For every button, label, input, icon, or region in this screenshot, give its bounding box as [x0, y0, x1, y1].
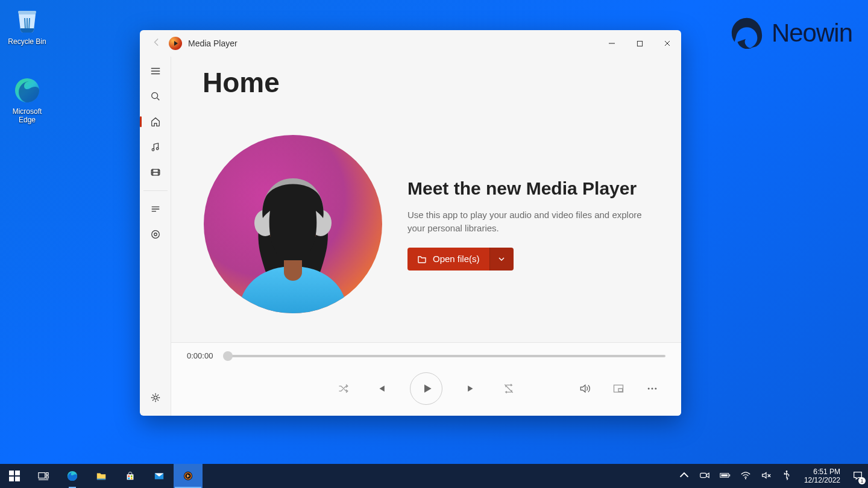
svg-point-38 [745, 478, 746, 479]
recycle-bin-icon [13, 6, 42, 35]
gear-icon [150, 392, 161, 403]
search-icon [150, 91, 161, 102]
watermark-text: Neowin [772, 19, 852, 48]
mail-icon [154, 471, 165, 481]
taskbar-edge[interactable] [58, 464, 87, 488]
window-close-button[interactable] [653, 31, 681, 55]
mini-player-button[interactable] [610, 380, 627, 397]
repeat-off-icon [503, 383, 515, 395]
sidebar-music[interactable] [142, 135, 169, 159]
svg-rect-30 [131, 478, 133, 480]
app-title: Media Player [188, 39, 237, 48]
taskbar-store[interactable] [116, 464, 145, 488]
media-player-icon [183, 471, 193, 481]
svg-rect-29 [128, 478, 130, 480]
task-view-button[interactable] [29, 464, 58, 488]
svg-point-6 [151, 231, 159, 239]
wifi-icon [740, 470, 751, 481]
svg-rect-25 [46, 476, 49, 478]
taskbar-mail[interactable] [145, 464, 174, 488]
taskbar-media-player[interactable] [174, 464, 203, 488]
hero-heading: Meet the new Media Player [407, 178, 649, 199]
svg-rect-1 [637, 41, 642, 46]
play-icon [421, 383, 433, 395]
tray-meet-now[interactable] [699, 470, 710, 483]
tray-battery[interactable] [720, 470, 731, 483]
skip-next-icon [465, 383, 477, 395]
clock-date: 12/12/2022 [804, 476, 840, 484]
repeat-button[interactable] [500, 380, 517, 397]
notification-icon [852, 470, 863, 481]
page-title: Home [203, 66, 663, 99]
svg-rect-21 [9, 477, 14, 481]
back-button[interactable] [145, 38, 169, 49]
edge-icon [13, 76, 42, 105]
desktop-icon-recycle-bin[interactable]: Recycle Bin [3, 6, 51, 46]
open-files-split-button: Open file(s) [407, 248, 514, 271]
desktop-icon-label: Recycle Bin [3, 37, 51, 46]
volume-mute-icon [761, 470, 772, 481]
hero-illustration [203, 134, 383, 314]
shuffle-icon [338, 383, 350, 395]
svg-point-8 [154, 396, 157, 399]
open-files-button[interactable]: Open file(s) [407, 248, 489, 271]
svg-point-2 [151, 93, 157, 99]
tray-overflow[interactable] [679, 470, 690, 483]
sidebar-separator [143, 190, 168, 191]
sidebar-queue[interactable] [142, 197, 169, 221]
play-button[interactable] [410, 372, 442, 405]
chevron-up-icon [679, 470, 690, 481]
windows-icon [9, 471, 20, 481]
seek-slider[interactable] [221, 354, 665, 358]
svg-rect-23 [39, 473, 45, 478]
tray-wifi[interactable] [740, 470, 751, 483]
shuffle-button[interactable] [335, 380, 352, 397]
action-center-button[interactable] [852, 470, 863, 483]
desktop-icon-label: Microsoft Edge [3, 107, 51, 124]
sidebar-search[interactable] [142, 84, 169, 108]
more-icon [646, 383, 658, 395]
sidebar-settings[interactable] [142, 386, 169, 410]
seek-thumb [223, 351, 233, 361]
tray-volume[interactable] [761, 470, 772, 483]
chevron-down-icon [498, 255, 505, 263]
previous-button[interactable] [373, 380, 389, 397]
more-button[interactable] [644, 380, 661, 397]
svg-rect-34 [700, 473, 706, 477]
queue-icon [150, 204, 161, 214]
open-files-dropdown[interactable] [489, 248, 514, 271]
system-tray: 6:51 PM 12/12/2022 [674, 468, 868, 485]
mini-player-icon [612, 383, 624, 395]
hamburger-icon [150, 66, 161, 77]
window-minimize-button[interactable] [598, 31, 626, 55]
tray-usb[interactable] [781, 470, 792, 483]
window-maximize-button[interactable] [626, 31, 653, 55]
start-button[interactable] [0, 464, 29, 488]
taskbar-file-explorer[interactable] [87, 464, 116, 488]
desktop-icon-microsoft-edge[interactable]: Microsoft Edge [3, 76, 51, 124]
svg-point-18 [655, 388, 656, 390]
clock-time: 6:51 PM [804, 468, 840, 476]
next-button[interactable] [463, 380, 480, 397]
sidebar-playlists[interactable] [142, 222, 169, 246]
volume-button[interactable] [576, 380, 593, 397]
sidebar-video[interactable] [142, 160, 169, 184]
app-icon [169, 37, 182, 50]
taskbar: 6:51 PM 12/12/2022 [0, 464, 868, 488]
svg-point-3 [152, 149, 154, 151]
taskbar-clock[interactable]: 6:51 PM 12/12/2022 [804, 468, 840, 485]
sidebar-home[interactable] [142, 110, 169, 134]
music-note-icon [150, 142, 161, 152]
volume-icon [579, 383, 591, 395]
svg-rect-22 [15, 477, 20, 481]
svg-rect-24 [46, 473, 49, 475]
playlist-icon [150, 229, 161, 240]
svg-point-16 [648, 388, 650, 390]
sidebar-hamburger[interactable] [142, 59, 169, 83]
svg-rect-28 [131, 475, 133, 477]
svg-rect-37 [729, 474, 730, 476]
arrow-left-icon [153, 38, 161, 46]
elapsed-time: 0:00:00 [187, 351, 213, 360]
open-files-label: Open file(s) [433, 254, 480, 264]
titlebar[interactable]: Media Player [140, 30, 681, 57]
